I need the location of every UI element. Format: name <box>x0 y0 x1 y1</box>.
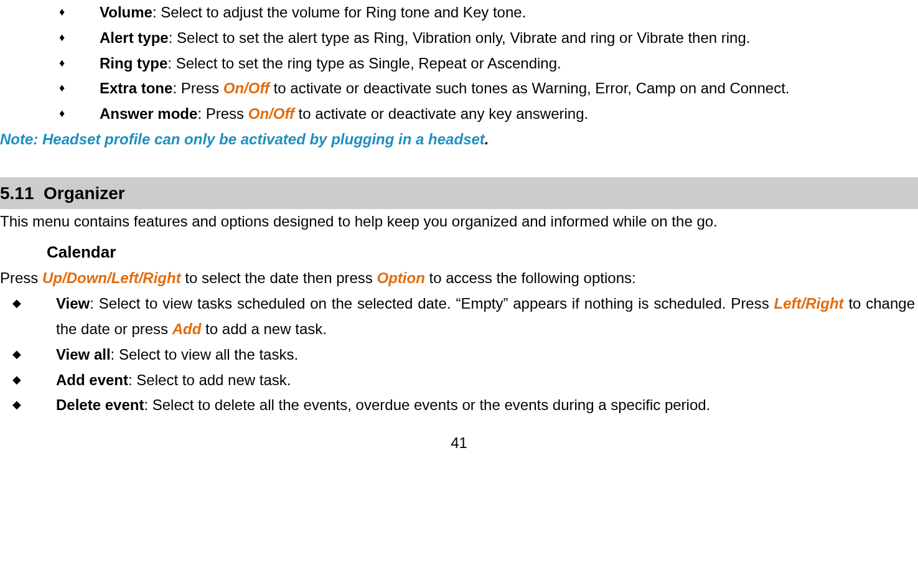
intro-paragraph: This menu contains features and options … <box>0 209 918 235</box>
bullet-text: Ring type: Select to set the ring type a… <box>100 51 918 77</box>
bullet-label: Volume <box>100 4 152 21</box>
diamond-icon: ♦ <box>59 0 100 26</box>
diamond-icon: ♦ <box>59 101 100 127</box>
text: to access the following options: <box>425 269 636 286</box>
highlight-onoff: On/Off <box>248 105 294 122</box>
bullet-text: Delete event: Select to delete all the e… <box>56 393 918 418</box>
bullet-answer-mode: ♦ Answer mode: Press On/Off to activate … <box>59 101 918 127</box>
bullet-text: Extra tone: Press On/Off to activate or … <box>100 76 918 101</box>
bullet-desc: : Select to add new task. <box>128 371 291 388</box>
highlight-nav: Up/Down/Left/Right <box>42 269 181 286</box>
bullet-post: to activate or deactivate such tones as … <box>269 80 790 96</box>
bullet-pre: : Press <box>197 105 248 122</box>
note-text: Note: Headset profile can only be activa… <box>0 131 485 147</box>
note-headset: Note: Headset profile can only be activa… <box>0 127 918 152</box>
bullet-label: Add event <box>56 371 128 388</box>
bullet-label: Ring type <box>100 55 167 72</box>
section-number: 5.11 <box>0 184 34 203</box>
page-number: 41 <box>0 431 918 456</box>
bullet-text: View all: Select to view all the tasks. <box>56 342 918 368</box>
bullet-text: Volume: Select to adjust the volume for … <box>100 0 918 26</box>
bullet-desc: : Select to view all the tasks. <box>111 346 298 363</box>
diamond-icon: ♦ <box>59 26 100 51</box>
bullet-delete-event: ◆ Delete event: Select to delete all the… <box>12 393 918 418</box>
bullet-label: Extra tone <box>100 80 172 96</box>
note-trail: . <box>485 131 489 147</box>
bullet-add-event: ◆ Add event: Select to add new task. <box>12 368 918 393</box>
text: to select the date then press <box>181 269 377 286</box>
bullet-desc: : Select to set the alert type as Ring, … <box>169 29 751 46</box>
diamond-icon: ◆ <box>12 291 56 342</box>
document-page: ♦ Volume: Select to adjust the volume fo… <box>0 0 918 456</box>
bullet-desc: : Select to adjust the volume for Ring t… <box>152 4 526 21</box>
bullet-label: View all <box>56 346 111 363</box>
highlight-option: Option <box>377 269 425 286</box>
bullet-label: Delete event <box>56 396 144 413</box>
bullet-extra-tone: ♦ Extra tone: Press On/Off to activate o… <box>59 76 918 101</box>
section-title: Organizer <box>44 184 125 203</box>
bullet-alert-type: ♦ Alert type: Select to set the alert ty… <box>59 26 918 51</box>
bullet-volume: ♦ Volume: Select to adjust the volume fo… <box>59 0 918 26</box>
diamond-icon: ◆ <box>12 393 56 418</box>
bullet-label: View <box>56 295 90 312</box>
highlight-add: Add <box>172 320 202 337</box>
diamond-icon: ◆ <box>12 368 56 393</box>
text: : Select to view tasks scheduled on the … <box>90 295 774 312</box>
text: to add a new task. <box>201 320 326 337</box>
bullet-text: Answer mode: Press On/Off to activate or… <box>100 101 918 127</box>
diamond-icon: ♦ <box>59 51 100 77</box>
text: Press <box>0 269 42 286</box>
bullet-label: Alert type <box>100 29 169 46</box>
bullet-post: to activate or deactivate any key answer… <box>294 105 588 122</box>
bullet-text: Alert type: Select to set the alert type… <box>100 26 918 51</box>
bullet-text: Add event: Select to add new task. <box>56 368 918 393</box>
bullet-pre: : Press <box>172 80 223 96</box>
diamond-icon: ◆ <box>12 342 56 368</box>
bullet-text: View: Select to view tasks scheduled on … <box>56 291 918 342</box>
bullet-label: Answer mode <box>100 105 197 122</box>
highlight-onoff: On/Off <box>223 80 269 96</box>
bullet-view-all: ◆ View all: Select to view all the tasks… <box>12 342 918 368</box>
bullet-ring-type: ♦ Ring type: Select to set the ring type… <box>59 51 918 77</box>
bullet-desc: : Select to set the ring type as Single,… <box>167 55 561 72</box>
highlight-leftright: Left/Right <box>774 295 844 312</box>
bullet-desc: : Select to delete all the events, overd… <box>144 396 710 413</box>
diamond-icon: ♦ <box>59 76 100 101</box>
calendar-instruction: Press Up/Down/Left/Right to select the d… <box>0 266 918 291</box>
subhead-calendar: Calendar <box>47 238 918 266</box>
section-header-organizer: 5.11 Organizer <box>0 177 918 210</box>
bullet-view: ◆ View: Select to view tasks scheduled o… <box>12 291 918 342</box>
